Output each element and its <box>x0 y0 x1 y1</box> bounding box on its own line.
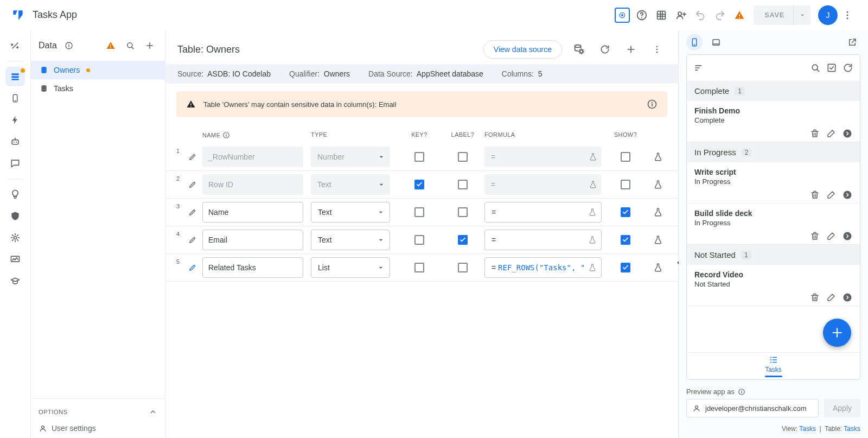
column-type-select[interactable]: Text <box>311 174 390 195</box>
card-edit-icon[interactable] <box>826 231 836 241</box>
warning-indicator[interactable] <box>730 5 749 25</box>
table-refresh-icon[interactable] <box>596 40 614 59</box>
table-add-icon[interactable] <box>622 40 640 59</box>
edit-column-icon[interactable] <box>188 153 202 161</box>
rail-settings[interactable] <box>5 228 25 247</box>
help-button[interactable] <box>632 5 652 25</box>
save-button[interactable]: SAVE <box>754 5 810 25</box>
card-edit-icon[interactable] <box>826 190 836 200</box>
share-button[interactable] <box>671 5 691 25</box>
open-preview[interactable] <box>844 34 860 50</box>
preview-card[interactable]: Record VideoNot Started <box>687 265 860 306</box>
data-warn-icon[interactable] <box>103 38 118 53</box>
rail-chat[interactable] <box>5 154 25 173</box>
test-column-icon[interactable] <box>642 263 674 272</box>
select-icon[interactable] <box>826 62 837 73</box>
card-open-icon[interactable] <box>843 190 852 200</box>
preview-apply-button[interactable]: Apply <box>824 399 860 417</box>
rail-security[interactable] <box>5 206 25 226</box>
test-column-icon[interactable] <box>642 180 674 189</box>
device-tablet[interactable] <box>708 34 724 50</box>
table-tab[interactable]: Owners <box>31 61 165 79</box>
formula-input[interactable]: = <box>484 147 602 167</box>
checkbox[interactable] <box>458 207 468 217</box>
card-delete-icon[interactable] <box>810 190 820 200</box>
preview-card[interactable]: Build slide deckIn Progress <box>687 204 860 245</box>
column-name-input[interactable]: Name <box>202 202 303 223</box>
column-type-select[interactable]: Text <box>311 202 390 223</box>
data-add-icon[interactable] <box>142 38 157 53</box>
checkbox[interactable] <box>458 180 468 189</box>
column-name-input[interactable]: Related Tasks <box>202 257 303 278</box>
checkbox[interactable] <box>621 180 630 189</box>
preview-group-header[interactable]: Not Started1 <box>687 245 860 265</box>
checkbox[interactable] <box>621 235 630 245</box>
fab-add[interactable] <box>823 319 851 347</box>
checkbox[interactable] <box>414 263 424 272</box>
bottom-nav-tasks[interactable]: Tasks <box>687 352 860 379</box>
search-icon[interactable] <box>810 62 821 73</box>
table-settings-icon[interactable] <box>570 40 588 59</box>
formula-input[interactable]: = <box>484 174 602 195</box>
preview-card[interactable]: Finish DemoComplete <box>687 101 860 142</box>
formula-input[interactable]: = <box>484 230 602 250</box>
rail-ideas[interactable] <box>5 185 25 204</box>
column-name-input[interactable]: Email <box>202 230 303 250</box>
formula-input[interactable]: = REF_ROWS("Tasks", " <box>484 257 602 278</box>
checkbox[interactable] <box>414 152 424 162</box>
card-edit-icon[interactable] <box>826 293 836 302</box>
column-type-select[interactable]: Text <box>311 230 390 250</box>
card-open-icon[interactable] <box>843 293 852 302</box>
sort-icon[interactable] <box>693 62 704 73</box>
formula-input[interactable]: = <box>484 202 602 223</box>
undo-button[interactable] <box>691 5 710 25</box>
edit-column-icon[interactable] <box>188 263 202 272</box>
rail-home[interactable] <box>5 36 25 55</box>
table-overflow-icon[interactable] <box>648 40 666 59</box>
rail-data[interactable] <box>5 67 25 86</box>
grid-button[interactable] <box>652 5 671 25</box>
overflow-menu[interactable] <box>838 5 857 25</box>
column-name-input[interactable]: _RowNumber <box>202 147 303 167</box>
view-data-source-button[interactable]: View data source <box>483 40 562 59</box>
preview-group-header[interactable]: Complete1 <box>687 81 860 101</box>
card-delete-icon[interactable] <box>810 129 820 138</box>
test-column-icon[interactable] <box>642 235 674 245</box>
test-column-icon[interactable] <box>642 207 674 217</box>
checkbox[interactable] <box>458 263 468 272</box>
table-tab[interactable]: Tasks <box>31 79 165 98</box>
checkbox[interactable] <box>414 235 424 245</box>
checkbox[interactable] <box>414 207 424 217</box>
rail-views[interactable] <box>5 88 25 108</box>
user-settings[interactable]: User settings <box>39 420 157 433</box>
preview-collapse-handle[interactable] <box>674 258 682 267</box>
column-name-input[interactable]: Row ID <box>202 174 303 195</box>
rail-bots[interactable] <box>5 132 25 151</box>
data-search-icon[interactable] <box>123 38 138 53</box>
edit-column-icon[interactable] <box>188 208 202 217</box>
checkbox[interactable] <box>621 207 630 217</box>
rail-actions[interactable] <box>5 110 25 130</box>
rail-learn[interactable] <box>5 271 25 291</box>
warning-info-icon[interactable] <box>647 99 658 110</box>
data-info-icon[interactable] <box>61 38 76 53</box>
column-type-select[interactable]: List <box>311 257 390 278</box>
footer-view-link[interactable]: Tasks <box>799 425 816 433</box>
refresh-icon[interactable] <box>843 62 853 73</box>
checkbox[interactable] <box>458 235 468 245</box>
preview-card[interactable]: Write scriptIn Progress <box>687 162 860 204</box>
card-open-icon[interactable] <box>843 129 852 138</box>
test-column-icon[interactable] <box>642 152 674 162</box>
checkbox[interactable] <box>621 152 630 162</box>
edit-column-icon[interactable] <box>188 180 202 189</box>
checkbox[interactable] <box>621 263 630 272</box>
preview-group-header[interactable]: In Progress2 <box>687 142 860 162</box>
options-toggle[interactable]: OPTIONS <box>39 404 157 420</box>
preview-as-email[interactable]: jdeveloper@christianschalk.com <box>686 399 819 417</box>
checkbox[interactable] <box>414 180 424 189</box>
card-edit-icon[interactable] <box>826 129 836 138</box>
blast-button[interactable] <box>612 5 632 25</box>
card-open-icon[interactable] <box>843 231 852 241</box>
checkbox[interactable] <box>458 152 468 162</box>
device-phone[interactable] <box>686 34 703 50</box>
